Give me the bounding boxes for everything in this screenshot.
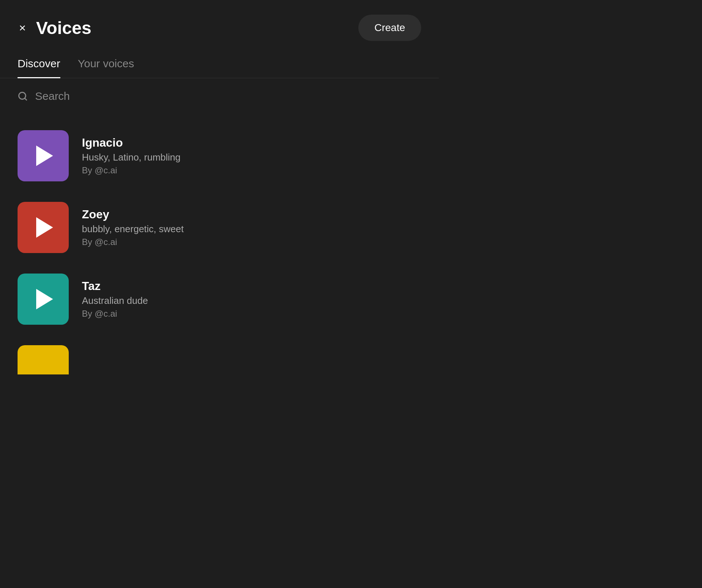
create-button[interactable]: Create [358, 15, 421, 41]
voice-play-button-ignacio[interactable] [18, 130, 69, 181]
header-left: × Voices [18, 18, 91, 38]
search-input[interactable] [35, 90, 421, 102]
list-item: Ignacio Husky, Latino, rumbling By @c.ai [18, 120, 421, 192]
voice-play-button-zoey[interactable] [18, 202, 69, 253]
voice-description: Australian dude [82, 295, 148, 306]
voice-description: Husky, Latino, rumbling [82, 152, 181, 163]
tab-discover[interactable]: Discover [18, 50, 60, 78]
play-icon [36, 217, 53, 238]
play-icon [36, 146, 53, 166]
voice-author: By @c.ai [82, 309, 148, 319]
voices-list: Ignacio Husky, Latino, rumbling By @c.ai… [0, 120, 439, 385]
voice-info-zoey: Zoey bubbly, energetic, sweet By @c.ai [82, 208, 184, 247]
voice-play-button-taz[interactable] [18, 274, 69, 325]
list-item: Zoey bubbly, energetic, sweet By @c.ai [18, 192, 421, 263]
page-title: Voices [36, 18, 91, 38]
search-icon [18, 91, 28, 101]
voice-info-taz: Taz Australian dude By @c.ai [82, 279, 148, 319]
play-icon [36, 289, 53, 309]
voice-author: By @c.ai [82, 165, 181, 176]
voice-info-ignacio: Ignacio Husky, Latino, rumbling By @c.ai [82, 136, 181, 176]
voice-name: Taz [82, 279, 148, 293]
voice-description: bubbly, energetic, sweet [82, 223, 184, 235]
tab-your-voices[interactable]: Your voices [78, 50, 134, 78]
voice-author: By @c.ai [82, 237, 184, 247]
voice-thumb-partial [18, 345, 69, 374]
app-header: × Voices Create [0, 0, 439, 50]
list-item-partial [18, 335, 421, 385]
close-icon: × [19, 22, 26, 34]
svg-line-1 [24, 98, 26, 100]
search-bar [0, 90, 439, 102]
voice-name: Ignacio [82, 136, 181, 150]
voice-name: Zoey [82, 208, 184, 221]
list-item: Taz Australian dude By @c.ai [18, 263, 421, 335]
tab-bar: Discover Your voices [0, 50, 439, 78]
close-button[interactable]: × [18, 20, 27, 35]
